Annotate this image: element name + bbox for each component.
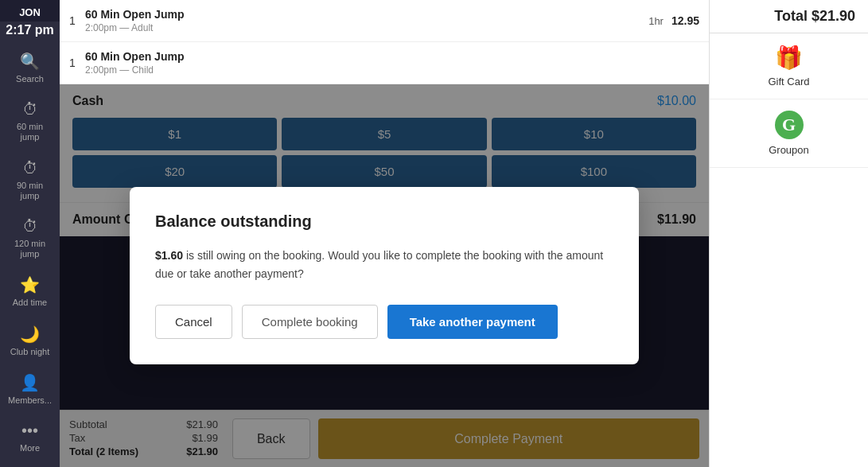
giftcard-label: Gift Card — [768, 76, 809, 88]
sidebar-item-members[interactable]: 👤 Members... — [0, 365, 60, 414]
total-bar: Total $21.90 — [710, 0, 868, 33]
120min-icon: ⏱ — [22, 217, 38, 235]
modal-cancel-button[interactable]: Cancel — [155, 305, 232, 339]
addtime-icon: ⭐ — [20, 275, 40, 294]
groupon-label: Groupon — [769, 144, 809, 156]
sidebar-label-90min: 90 minjump — [17, 181, 43, 201]
sidebar-item-120min[interactable]: ⏱ 120 minjump — [0, 209, 60, 267]
sidebar-item-more[interactable]: ••• More — [0, 414, 60, 461]
sidebar-label-search: Search — [16, 74, 44, 84]
order-list: 1 60 Min Open Jump 2:00pm — Adult 1hr 12… — [60, 0, 709, 84]
payment-method-groupon[interactable]: G Groupon — [710, 99, 868, 168]
order-item-1: 1 60 Min Open Jump 2:00pm — Adult 1hr 12… — [60, 0, 709, 42]
sidebar-time: 2:17 pm — [6, 21, 53, 44]
order-desc-2: 60 Min Open Jump 2:00pm — Child — [85, 50, 699, 76]
sidebar-label-addtime: Add time — [13, 298, 47, 308]
modal-payment-button[interactable]: Take another payment — [387, 305, 558, 339]
right-panel: Total $21.90 🎁 Gift Card G Groupon — [709, 0, 868, 467]
modal-complete-button[interactable]: Complete booking — [242, 305, 378, 339]
more-icon: ••• — [21, 422, 38, 440]
clubnight-icon: 🌙 — [20, 325, 40, 344]
sidebar-item-addtime[interactable]: ⭐ Add time — [0, 267, 60, 316]
sidebar-item-clubnight[interactable]: 🌙 Club night — [0, 317, 60, 365]
modal-title: Balance outstanding — [155, 212, 613, 231]
modal-actions: Cancel Complete booking Take another pay… — [155, 305, 613, 339]
sidebar-item-90min[interactable]: ⏱ 90 minjump — [0, 151, 60, 209]
order-price-1: 12.95 — [671, 14, 699, 27]
modal-overlay: Balance outstanding $1.60 is still owing… — [60, 84, 709, 467]
sidebar: JON 2:17 pm 🔍 Search ⏱ 60 minjump ⏱ 90 m… — [0, 0, 60, 467]
sidebar-label-120min: 120 minjump — [14, 239, 45, 259]
order-desc-1: 60 Min Open Jump 2:00pm — Adult — [85, 8, 648, 33]
modal-dialog: Balance outstanding $1.60 is still owing… — [130, 187, 639, 364]
modal-body-text: is still owing on the booking. Would you… — [155, 249, 603, 279]
sidebar-item-search[interactable]: 🔍 Search — [0, 44, 60, 92]
groupon-icon: G — [775, 111, 804, 139]
order-qty-1: 1 — [69, 14, 85, 27]
90min-icon: ⏱ — [22, 159, 38, 177]
60min-icon: ⏱ — [22, 100, 38, 119]
sidebar-label-clubnight: Club night — [10, 347, 50, 357]
giftcard-icon: 🎁 — [775, 45, 803, 71]
modal-body: $1.60 is still owing on the booking. Wou… — [155, 247, 613, 282]
sidebar-label-60min: 60 minjump — [17, 122, 43, 142]
sidebar-label-members: Members... — [8, 395, 52, 406]
members-icon: 👤 — [20, 373, 40, 392]
payment-content: Cash $10.00 $1 $5 $10 $20 $50 $100 — [60, 84, 709, 467]
center-column: 1 60 Min Open Jump 2:00pm — Adult 1hr 12… — [60, 0, 709, 467]
sidebar-item-60min[interactable]: ⏱ 60 minjump — [0, 92, 60, 150]
order-qty-2: 1 — [69, 56, 85, 69]
sidebar-user: JON — [0, 0, 60, 21]
order-dur-1: 1hr — [648, 15, 664, 27]
order-item-2: 1 60 Min Open Jump 2:00pm — Child — [60, 42, 709, 84]
search-icon: 🔍 — [20, 52, 40, 71]
payment-method-giftcard[interactable]: 🎁 Gift Card — [710, 33, 868, 99]
modal-amount: $1.60 — [155, 249, 183, 262]
sidebar-label-more: More — [20, 443, 40, 453]
